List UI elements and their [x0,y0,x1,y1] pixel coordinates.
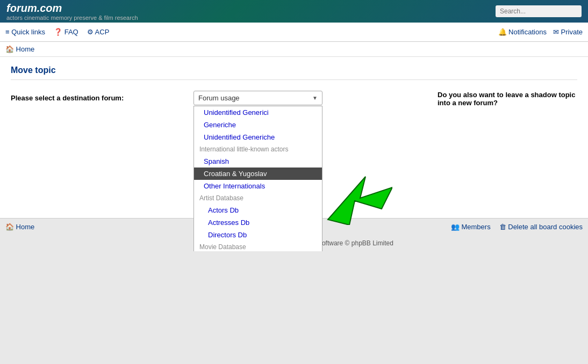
acp-link[interactable]: ⚙ ACP [87,28,110,36]
members-link[interactable]: 👥 Members [451,223,491,231]
software-text: Software © phpBB Limited [318,239,393,247]
main-content: Move topic Please select a destination f… [0,57,588,218]
dropdown-item[interactable]: Spanish [194,155,322,168]
dropdown-group-label: International little-known actors [194,143,322,155]
page-title: Move topic [11,65,577,80]
header: forum.com actors cinematic memory preser… [0,0,588,23]
dropdown-item[interactable]: Actresses Db [194,216,322,229]
private-link[interactable]: ✉ Private [553,28,583,36]
navbar: ≡ Quick links ❓ FAQ ⚙ ACP 🔔 Notification… [0,23,588,42]
dropdown-item[interactable]: Unidentified Generici [194,106,322,119]
faq-link[interactable]: ❓ FAQ [54,28,78,36]
quicklinks-link[interactable]: ≡ Quick links [5,28,45,36]
dropdown-item[interactable]: Actors Db [194,204,322,216]
form-label: Please select a destination forum: [11,91,183,102]
dropdown-item[interactable]: Generiche [194,119,322,131]
dropdown-list[interactable]: Unidentified GenericiGenericheUnidentifi… [193,106,322,251]
dropdown-item[interactable]: Other Internationals [194,180,322,192]
dropdown-item[interactable]: Croatian & Yugoslav [194,168,322,180]
form-row: Please select a destination forum: Forum… [11,91,577,105]
home-footer-link[interactable]: 🏠 Home [5,223,34,231]
home-breadcrumb-link[interactable]: 🏠 Home [5,45,34,53]
navbar-right: 🔔 Notifications ✉ Private [498,28,583,36]
dropdown-wrapper: Forum usage ▼ Unidentified GenericiGener… [193,91,322,105]
forum-dropdown[interactable]: Forum usage ▼ [193,91,322,105]
chevron-down-icon: ▼ [312,95,318,101]
dropdown-value: Forum usage [198,94,240,102]
notifications-link[interactable]: 🔔 Notifications [498,28,547,36]
search-input[interactable] [496,5,582,17]
breadcrumb: 🏠 Home [0,42,588,57]
dropdown-group-label: Movie Database [194,241,322,251]
green-arrow-icon [322,155,392,225]
header-logo: forum.com actors cinematic memory preser… [6,2,138,21]
footer-right: 👥 Members 🗑 Delete all board cookies [451,223,583,231]
delete-cookies-link[interactable]: 🗑 Delete all board cookies [499,223,583,231]
dropdown-item[interactable]: Unidentified Generiche [194,131,322,143]
header-search[interactable] [496,5,582,17]
navbar-left: ≡ Quick links ❓ FAQ ⚙ ACP [5,28,109,36]
move-question: Do you also want to leave a shadow topic… [438,91,577,107]
dropdown-group-label: Artist Database [194,192,322,204]
dropdown-item[interactable]: Directors Db [194,229,322,241]
